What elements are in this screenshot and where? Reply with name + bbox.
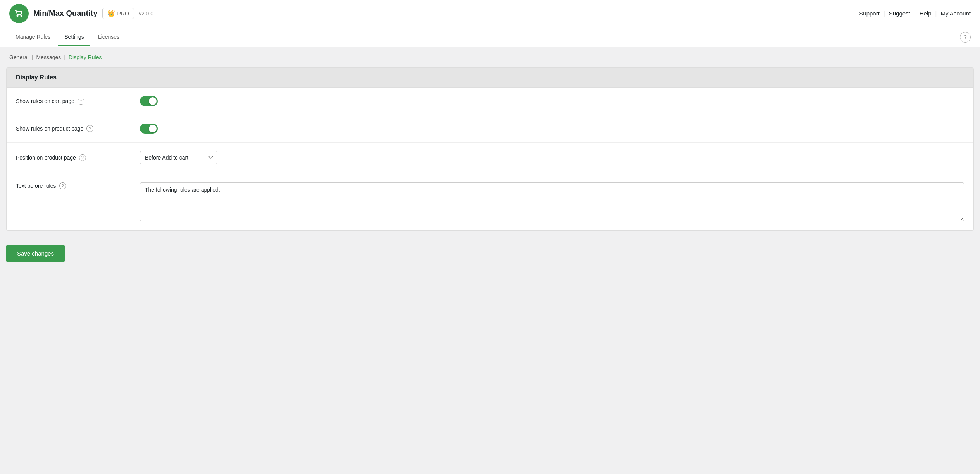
crown-icon: 👑 [107, 10, 115, 17]
help-link[interactable]: Help [920, 10, 932, 17]
show-product-toggle[interactable] [140, 124, 158, 134]
tab-settings[interactable]: Settings [58, 28, 90, 46]
breadcrumb-sep-1: | [32, 54, 33, 60]
nav-sep-1: | [884, 10, 885, 17]
logo-area: Min/Max Quantity 👑 PRO v2.0.0 [9, 4, 153, 23]
tab-licenses[interactable]: Licenses [92, 28, 126, 46]
breadcrumb-general[interactable]: General [9, 54, 29, 60]
app-title: Min/Max Quantity [33, 9, 98, 18]
show-cart-toggle[interactable] [140, 96, 158, 106]
breadcrumb-sep-2: | [64, 54, 65, 60]
text-before-help[interactable]: ? [59, 182, 66, 189]
pro-badge: 👑 PRO [102, 8, 134, 19]
support-link[interactable]: Support [859, 10, 880, 17]
suggest-link[interactable]: Suggest [889, 10, 910, 17]
position-label: Position on product page ? [16, 154, 140, 161]
show-product-toggle-wrapper [140, 124, 158, 134]
tab-help-icon[interactable]: ? [960, 32, 971, 43]
show-cart-row: Show rules on cart page ? [7, 88, 973, 115]
show-cart-label: Show rules on cart page ? [16, 98, 140, 105]
version-label: v2.0.0 [139, 10, 153, 17]
app-header: Min/Max Quantity 👑 PRO v2.0.0 Support | … [0, 0, 980, 27]
text-before-label: Text before rules ? [16, 182, 140, 189]
position-help[interactable]: ? [79, 154, 86, 161]
breadcrumb-display-rules[interactable]: Display Rules [69, 54, 102, 60]
tab-nav: Manage Rules Settings Licenses ? [0, 27, 980, 47]
display-rules-card: Display Rules Show rules on cart page ? … [6, 67, 974, 231]
nav-sep-2: | [914, 10, 916, 17]
show-product-help[interactable]: ? [86, 125, 93, 132]
show-product-row: Show rules on product page ? [7, 115, 973, 143]
pro-label: PRO [117, 10, 129, 17]
save-area: Save changes [0, 237, 980, 270]
show-cart-toggle-wrapper [140, 96, 158, 106]
my-account-link[interactable]: My Account [940, 10, 971, 17]
show-product-label: Show rules on product page ? [16, 125, 140, 132]
nav-sep-3: | [935, 10, 937, 17]
position-row: Position on product page ? Before Add to… [7, 143, 973, 173]
save-button[interactable]: Save changes [6, 245, 65, 262]
breadcrumb: General | Messages | Display Rules [0, 47, 980, 67]
tab-manage-rules[interactable]: Manage Rules [9, 28, 57, 46]
svg-point-0 [17, 15, 19, 17]
show-cart-help[interactable]: ? [78, 98, 84, 105]
text-before-row: Text before rules ? The following rules … [7, 173, 973, 230]
text-before-textarea[interactable]: The following rules are applied: [140, 182, 964, 221]
svg-point-1 [21, 15, 22, 17]
header-nav: Support | Suggest | Help | My Account [859, 10, 971, 17]
breadcrumb-messages[interactable]: Messages [36, 54, 61, 60]
main-content: Display Rules Show rules on cart page ? … [0, 67, 980, 285]
section-title: Display Rules [7, 68, 973, 88]
position-select[interactable]: Before Add to cart After Add to cart Aft… [140, 151, 217, 164]
app-logo [9, 4, 29, 23]
